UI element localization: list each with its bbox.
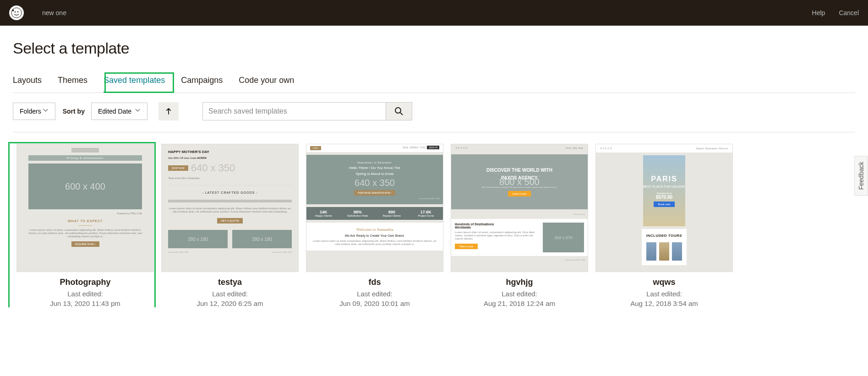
tab-campaigns[interactable]: Campaigns	[181, 76, 223, 93]
feedback-tab[interactable]: Feedback	[854, 156, 868, 196]
template-date: Jun 13, 2020 11:43 pm	[16, 300, 154, 307]
template-date: Jun 12, 2020 6:25 am	[161, 300, 299, 307]
template-thumbnail[interactable]: Pricing & Informations 600 x 400 Powered…	[16, 144, 154, 272]
campaign-name: new one	[42, 9, 66, 16]
tab-layouts[interactable]: Layouts	[13, 76, 42, 93]
svg-line-4	[400, 113, 403, 115]
mailchimp-logo[interactable]	[9, 5, 24, 20]
svg-point-1	[15, 11, 16, 13]
app-header: new one Help Cancel	[0, 0, 868, 26]
tab-saved-templates[interactable]: Saved templates	[104, 76, 165, 93]
folders-label: Folders	[20, 108, 41, 115]
tab-code-your-own[interactable]: Code your own	[239, 76, 294, 93]
last-edited-label: Last edited:	[306, 290, 443, 298]
monkey-icon	[11, 7, 22, 18]
folders-button[interactable]: Folders	[13, 103, 55, 120]
sortby-label: Sort by	[63, 108, 85, 115]
template-date: Aug 21, 2018 12:24 am	[451, 300, 588, 307]
template-thumbnail[interactable]: PAXOShome blog shop DISCOVER THE WORLD W…	[451, 144, 588, 272]
sort-select[interactable]: Edited Date	[91, 103, 147, 120]
last-edited-label: Last edited:	[16, 290, 154, 298]
chevron-down-icon	[136, 109, 141, 114]
template-thumbnail[interactable]: PAXOSSupport Destinations About us PARIS…	[595, 144, 733, 272]
arrow-up-icon	[165, 108, 172, 115]
sort-value: Edited Date	[98, 108, 131, 115]
search-container	[202, 102, 412, 120]
last-edited-label: Last edited:	[451, 290, 588, 298]
last-edited-label: Last edited:	[595, 290, 733, 298]
toolbar: Folders Sort by Edited Date	[13, 102, 855, 132]
search-icon	[394, 107, 404, 116]
template-name: testya	[161, 278, 299, 287]
template-name: Photography	[16, 278, 154, 287]
template-card: HAPPY MOTHER'S DAY Get 30% Off Use Code …	[161, 144, 299, 307]
svg-point-3	[395, 108, 401, 113]
page-title: Select a template	[13, 39, 855, 57]
template-card: PAXOSSupport Destinations About us PARIS…	[595, 144, 733, 307]
template-card: PAXOShome blog shop DISCOVER THE WORLD W…	[451, 144, 588, 307]
template-card: Pricing & Informations 600 x 400 Powered…	[16, 144, 154, 307]
template-tabs: Layouts Themes Saved templates Campaigns…	[13, 76, 855, 93]
template-name: hgvhjg	[451, 278, 588, 287]
last-edited-label: Last edited:	[161, 290, 299, 298]
help-link[interactable]: Help	[812, 9, 825, 16]
template-date: Aug 12, 2018 3:54 am	[595, 300, 733, 307]
template-date: Jun 09, 2020 10:01 am	[306, 300, 443, 307]
chevron-down-icon	[44, 109, 49, 114]
search-button[interactable]	[386, 102, 412, 120]
svg-point-2	[17, 11, 19, 13]
template-thumbnail[interactable]: LOGOSALE SPRING TOPS SIGN IN Newsletter …	[306, 144, 443, 272]
template-name: fds	[306, 278, 443, 287]
search-input[interactable]	[202, 102, 386, 120]
cancel-link[interactable]: Cancel	[839, 9, 859, 16]
template-thumbnail[interactable]: HAPPY MOTHER'S DAY Get 30% Off Use Code …	[161, 144, 299, 272]
template-card: LOGOSALE SPRING TOPS SIGN IN Newsletter …	[306, 144, 443, 307]
sort-direction-button[interactable]	[158, 102, 179, 120]
template-grid: Pricing & Informations 600 x 400 Powered…	[13, 139, 855, 307]
tab-themes[interactable]: Themes	[58, 76, 87, 93]
template-name: wqws	[595, 278, 733, 287]
